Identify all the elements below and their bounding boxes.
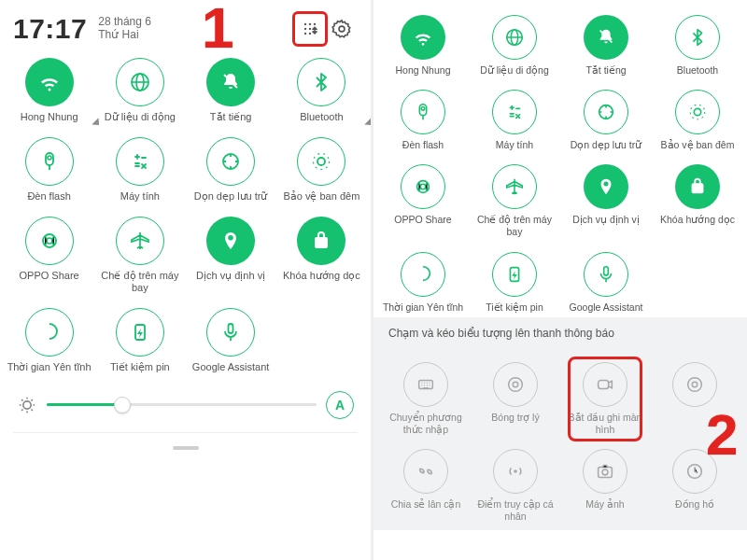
tile-label: Tắt tiếng bbox=[210, 111, 252, 124]
airplane-icon bbox=[492, 164, 537, 209]
tile-oppo-share[interactable]: OPPO Share bbox=[377, 161, 469, 242]
auto-brightness-toggle[interactable]: A bbox=[326, 391, 354, 419]
tile-night[interactable]: Bảo vệ ban đêm bbox=[276, 133, 367, 207]
tile-mute[interactable]: Tắt tiếng bbox=[186, 54, 276, 128]
dnd-icon bbox=[401, 252, 445, 297]
tile-assistant[interactable]: Google Assistant bbox=[560, 248, 652, 317]
tile-label: Bluetooth bbox=[300, 111, 343, 124]
date: 28 tháng 6 Thứ Hai bbox=[98, 15, 151, 41]
tile-night[interactable]: Bảo vệ ban đêm bbox=[652, 86, 743, 155]
tile-calculator[interactable]: Máy tính bbox=[94, 133, 185, 207]
battery-saver-icon bbox=[116, 308, 164, 357]
quick-settings-panel-step1: 17:17 28 tháng 6 Thứ Hai Hong NhungDữ li… bbox=[0, 0, 374, 560]
tile-label: Điểm truy cập cá nhân bbox=[472, 498, 558, 523]
tile-extra-icon bbox=[672, 362, 717, 407]
tile-camera[interactable]: Máy ảnh bbox=[560, 445, 650, 526]
battery-saver-icon bbox=[492, 252, 537, 297]
tile-label: Chuyển phương thức nhập bbox=[383, 412, 469, 436]
dnd-icon bbox=[25, 308, 74, 357]
rotation-lock-icon bbox=[297, 217, 345, 265]
tile-label: Bắt đầu ghi màn hình bbox=[562, 412, 648, 436]
location-icon bbox=[584, 164, 628, 209]
tile-location[interactable]: Dịch vụ định vị bbox=[186, 213, 276, 300]
tile-rotation-lock[interactable]: Khóa hướng dọc bbox=[652, 161, 743, 242]
tile-label: Hong Nhung bbox=[21, 111, 78, 124]
mobile-data-icon bbox=[492, 15, 537, 60]
brightness-icon bbox=[17, 395, 37, 415]
tile-label: Chế độ trên máy bay bbox=[97, 270, 183, 296]
input-method-icon bbox=[403, 362, 448, 407]
panel-handle[interactable] bbox=[173, 446, 199, 450]
nearby-share-icon bbox=[403, 449, 448, 494]
tile-bluetooth[interactable]: Bluetooth bbox=[652, 11, 743, 80]
bluetooth-icon bbox=[297, 58, 345, 106]
tile-battery-saver[interactable]: Tiết kiệm pin bbox=[469, 248, 560, 317]
cleanup-icon bbox=[584, 90, 628, 134]
tile-label: Bảo vệ ban đêm bbox=[283, 190, 359, 203]
tile-mute[interactable]: Tắt tiếng bbox=[560, 11, 652, 80]
tile-label: Bảo vệ ban đêm bbox=[661, 139, 735, 151]
tile-label: Khóa hướng dọc bbox=[660, 214, 735, 226]
tiles-grid: Hong NhungDữ liệu di độngTắt tiếngBlueto… bbox=[374, 0, 747, 317]
tile-flashlight[interactable]: Đèn flash bbox=[4, 133, 94, 207]
tile-screen-record[interactable]: Bắt đầu ghi màn hình bbox=[560, 358, 650, 440]
mobile-data-icon bbox=[116, 58, 164, 106]
assistant-icon bbox=[206, 308, 255, 357]
tile-assistive-ball[interactable]: Bóng trợ lý bbox=[471, 358, 560, 440]
tile-airplane[interactable]: Chế độ trên máy bay bbox=[94, 213, 185, 300]
mute-icon bbox=[206, 58, 255, 106]
tile-label: OPPO Share bbox=[394, 214, 451, 226]
tile-label: Dịch vụ định vị bbox=[572, 214, 639, 226]
expand-indicator bbox=[364, 118, 374, 128]
tile-label: Dọn dẹp lưu trữ bbox=[194, 190, 268, 203]
edit-tiles-button[interactable] bbox=[294, 13, 326, 45]
tile-oppo-share[interactable]: OPPO Share bbox=[4, 213, 94, 300]
tile-label: OPPO Share bbox=[20, 270, 79, 283]
hotspot-icon bbox=[493, 449, 538, 494]
settings-button[interactable] bbox=[326, 13, 358, 45]
tile-label: Chia sẻ lân cận bbox=[391, 498, 461, 511]
clock-time: 17:17 bbox=[13, 13, 87, 45]
cleanup-icon bbox=[206, 137, 255, 186]
assistant-icon bbox=[584, 252, 628, 297]
wifi-icon bbox=[401, 15, 445, 60]
tiles-grid: Hong NhungDữ liệu di độngTắt tiếngBlueto… bbox=[0, 50, 371, 378]
brightness-slider[interactable] bbox=[47, 403, 317, 406]
tile-label: Dọn dẹp lưu trữ bbox=[571, 139, 641, 151]
tile-label: Google Assistant bbox=[570, 301, 643, 314]
tile-nearby-share[interactable]: Chia sẻ lân cận bbox=[381, 445, 471, 526]
tile-label: Bluetooth bbox=[677, 64, 718, 77]
tile-label: Hong Nhung bbox=[396, 64, 451, 77]
tile-rotation-lock[interactable]: Khóa hướng dọc bbox=[276, 213, 367, 300]
tile-label: Google Assistant bbox=[192, 361, 270, 374]
tile-airplane[interactable]: Chế độ trên máy bay bbox=[469, 161, 560, 242]
tile-hotspot[interactable]: Điểm truy cập cá nhân bbox=[471, 445, 560, 526]
tile-mobile-data[interactable]: Dữ liệu di động bbox=[94, 54, 185, 128]
night-icon bbox=[297, 137, 345, 186]
assistive-ball-icon bbox=[493, 362, 538, 407]
tile-label: Đèn flash bbox=[27, 190, 70, 203]
tile-dnd[interactable]: Thời gian Yên tĩnh bbox=[377, 248, 469, 317]
tile-label: Đồng hồ bbox=[675, 498, 714, 511]
tile-label: Đèn flash bbox=[402, 139, 444, 151]
tile-flashlight[interactable]: Đèn flash bbox=[377, 86, 469, 155]
tile-dnd[interactable]: Thời gian Yên tĩnh bbox=[4, 304, 94, 378]
wifi-icon bbox=[25, 58, 74, 106]
tile-cleanup[interactable]: Dọn dẹp lưu trữ bbox=[560, 86, 652, 155]
tile-bluetooth[interactable]: Bluetooth bbox=[276, 54, 367, 128]
tile-battery-saver[interactable]: Tiết kiệm pin bbox=[94, 304, 185, 378]
tile-input-method[interactable]: Chuyển phương thức nhập bbox=[381, 358, 471, 440]
tile-calculator[interactable]: Máy tính bbox=[469, 86, 560, 155]
tile-label: Dịch vụ định vị bbox=[196, 270, 265, 283]
tile-wifi[interactable]: Hong Nhung bbox=[4, 54, 94, 128]
tile-label: Tắt tiếng bbox=[585, 64, 626, 77]
tile-label: Tiết kiệm pin bbox=[486, 301, 543, 314]
tile-label: Máy tính bbox=[496, 139, 533, 151]
screen-record-icon bbox=[583, 362, 627, 407]
tile-cleanup[interactable]: Dọn dẹp lưu trữ bbox=[186, 133, 276, 207]
tile-assistant[interactable]: Google Assistant bbox=[186, 304, 276, 378]
tile-wifi[interactable]: Hong Nhung bbox=[377, 11, 469, 80]
tile-mobile-data[interactable]: Dữ liệu di động bbox=[469, 11, 560, 80]
edit-area-title: Chạm và kéo biểu tượng lên thanh thông b… bbox=[377, 327, 743, 347]
tile-location[interactable]: Dịch vụ định vị bbox=[560, 161, 652, 242]
